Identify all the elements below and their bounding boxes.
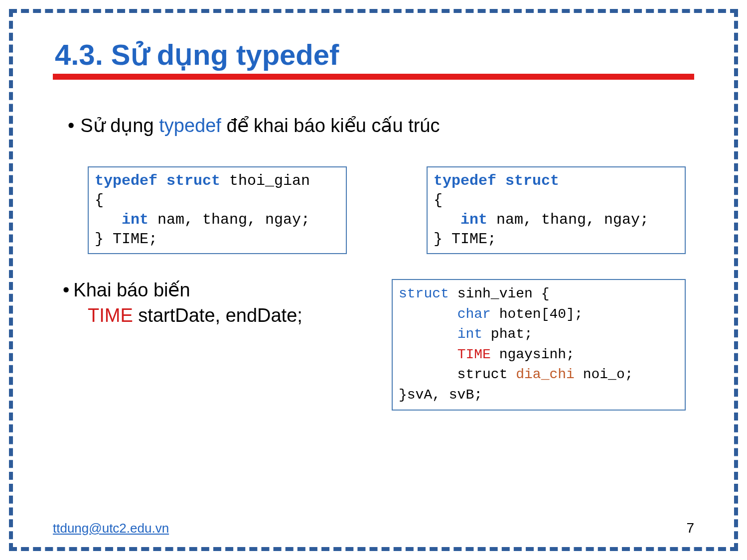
time-declaration: TIME startDate, endDate; [88, 305, 372, 326]
code1-l3c: nam, thang, ngay; [149, 211, 310, 228]
bullet1-keyword: typedef [159, 115, 221, 136]
row-declaration-and-struct: •Khai báo biến TIME startDate, endDate; … [53, 279, 694, 411]
code3-l3a [399, 326, 457, 342]
code2-kw: typedef struct [434, 172, 559, 189]
code1-l4: } TIME; [95, 231, 157, 248]
code1-int: int [122, 211, 149, 228]
code-row-typedefs: typedef struct thoi_gian { int nam, than… [88, 166, 694, 254]
slide-footer: ttdung@utc2.edu.vn 7 [53, 520, 694, 536]
code3-time: TIME [457, 347, 491, 362]
bullet1-pre: Sử dụng [80, 115, 159, 136]
bullet1-post: để khai báo kiểu cấu trúc [221, 115, 440, 136]
code2-l3a [434, 211, 460, 228]
code3-l2a [399, 306, 457, 322]
code1-name: thoi_gian [220, 172, 310, 189]
code3-char: char [457, 306, 491, 322]
code3-l5c: noi_o; [575, 367, 633, 382]
bullet2-text: Khai báo biến [73, 280, 190, 300]
title-underline [53, 74, 694, 80]
page-number: 7 [686, 520, 694, 536]
decl-type: TIME [88, 305, 133, 326]
code3-l6: }svA, svB; [399, 387, 482, 403]
code2-l2: { [434, 192, 443, 209]
code2-l3c: nam, thang, ngay; [487, 211, 649, 228]
bullet-dot-icon: • [63, 280, 69, 300]
code3-diachi: dia_chi [516, 367, 575, 382]
code1-l3a [95, 211, 122, 228]
code3-l5a: struct [399, 367, 516, 382]
code3-name: sinh_vien { [449, 286, 550, 301]
code3-l4a [399, 347, 457, 362]
code-box-typedef-anon: typedef struct { int nam, thang, ngay; }… [427, 166, 686, 254]
code3-struct: struct [399, 286, 449, 301]
code3-l3c: phat; [482, 326, 533, 342]
bullet-typedef-intro: •Sử dụng typedef để khai báo kiểu cấu tr… [68, 115, 694, 137]
left-declaration-col: •Khai báo biến TIME startDate, endDate; [53, 279, 372, 326]
code1-kw: typedef struct [95, 172, 220, 189]
code-box-sinhvien: struct sinh_vien { char hoten[40]; int p… [392, 279, 686, 411]
footer-email[interactable]: ttdung@utc2.edu.vn [53, 521, 169, 536]
bullet-dot-icon: • [68, 115, 74, 136]
slide-frame: 4.3. Sử dụng typedef •Sử dụng typedef để… [9, 9, 738, 551]
code2-l4: } TIME; [434, 231, 496, 248]
code2-int: int [460, 211, 487, 228]
code3-l2c: hoten[40]; [491, 306, 583, 322]
slide-title: 4.3. Sử dụng typedef [53, 38, 694, 72]
code3-int: int [457, 326, 482, 342]
code-box-typedef-named: typedef struct thoi_gian { int nam, than… [88, 166, 347, 254]
code3-l4c: ngaysinh; [491, 347, 575, 362]
bullet-var-decl: •Khai báo biến [63, 279, 372, 301]
code1-l2: { [95, 192, 104, 209]
decl-vars: startDate, endDate; [133, 305, 302, 326]
